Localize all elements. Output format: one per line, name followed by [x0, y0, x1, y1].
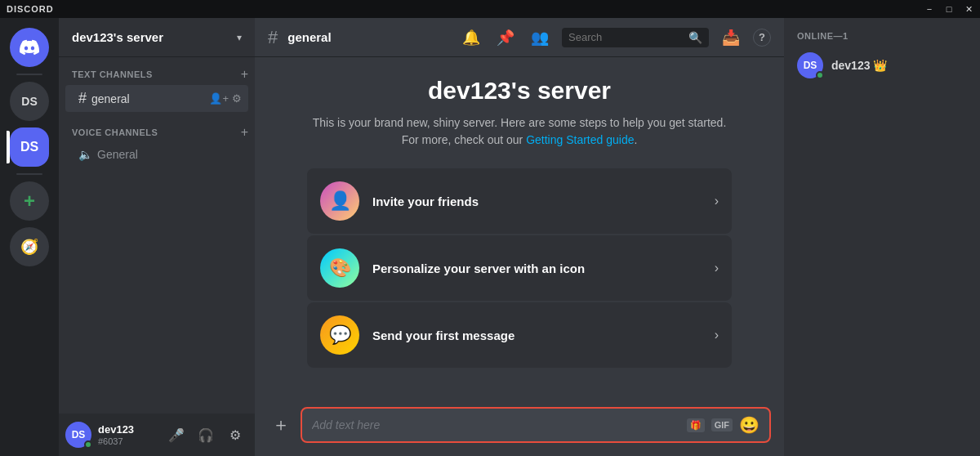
message-input[interactable] — [312, 418, 687, 431]
invite-member-icon[interactable]: 👤+ — [209, 92, 229, 105]
main-content: # general 🔔 📌 👥 🔍 📥 ? dev123's server Th… — [255, 18, 784, 456]
invite-card-arrow: › — [715, 194, 719, 208]
voice-channels-header[interactable]: VOICE CHANNELS + — [59, 122, 255, 143]
channel-settings-icon[interactable]: ⚙ — [232, 92, 242, 105]
channel-name-general: general — [91, 92, 209, 105]
invite-friends-card[interactable]: 👤 Invite your friends › — [307, 168, 732, 234]
app-body: DS DS + 🧭 dev123's server ▾ TEXT CHANNEL… — [0, 18, 980, 456]
server-name: dev123's server — [72, 30, 163, 44]
personalize-server-card[interactable]: 🎨 Personalize your server with an icon › — [307, 235, 732, 301]
explore-button[interactable]: 🧭 — [10, 227, 49, 266]
deafen-button[interactable]: 🎧 — [193, 422, 219, 448]
discord-home-button[interactable] — [10, 28, 49, 67]
add-server-icon: + — [24, 190, 35, 212]
text-channels-header[interactable]: TEXT CHANNELS + — [59, 64, 255, 85]
user-status-online — [84, 440, 92, 449]
personalize-card-label: Personalize your server with an icon — [372, 262, 702, 275]
member-avatar-dev123: DS — [797, 52, 823, 78]
user-info: dev123 #6037 — [98, 423, 157, 446]
user-avatar: DS — [65, 422, 91, 448]
pin-icon[interactable]: 📌 — [493, 25, 518, 50]
server-icon-ds[interactable]: DS — [10, 82, 49, 121]
voice-channel-general[interactable]: 🔈 General — [65, 143, 248, 166]
send-message-card-arrow: › — [715, 328, 719, 342]
send-message-card[interactable]: 💬 Send your first message › — [307, 302, 732, 368]
search-icon: 🔍 — [688, 31, 702, 44]
member-item-dev123[interactable]: DS dev123 👑 — [791, 47, 973, 83]
personalize-card-arrow: › — [715, 261, 719, 275]
help-icon[interactable]: ? — [753, 29, 771, 47]
server-header[interactable]: dev123's server ▾ — [59, 18, 255, 57]
mute-button[interactable]: 🎤 — [163, 422, 189, 448]
welcome-text: This is your brand new, shiny server. He… — [313, 116, 727, 146]
gif-button[interactable]: GIF — [711, 418, 733, 431]
server-icon-active-label: DS — [20, 140, 38, 154]
personalize-card-icon: 🎨 — [320, 248, 359, 288]
server-list: DS DS + 🧭 — [0, 18, 59, 456]
user-settings-button[interactable]: ⚙ — [222, 422, 248, 448]
add-text-channel-button[interactable]: + — [241, 67, 248, 82]
message-bar: ＋ 🎁 GIF 😀 — [255, 400, 784, 456]
restore-button[interactable]: □ — [944, 4, 954, 15]
server-icon-label: DS — [21, 95, 37, 108]
invite-card-label: Invite your friends — [372, 194, 702, 208]
gift-button[interactable]: 🎁 — [687, 418, 705, 432]
member-name-wrap: dev123 👑 — [831, 59, 887, 72]
message-add-button[interactable]: ＋ — [268, 407, 294, 443]
server-welcome: dev123's server This is your brand new, … — [307, 77, 732, 368]
welcome-title: dev123's server — [428, 77, 611, 105]
close-button[interactable]: ✕ — [964, 4, 973, 15]
active-pill — [7, 131, 10, 163]
emoji-button[interactable]: 😀 — [739, 415, 760, 435]
message-input-wrapper: 🎁 GIF 😀 — [301, 407, 771, 443]
voice-channels-label: VOICE CHANNELS — [72, 127, 158, 137]
explore-icon: 🧭 — [20, 238, 38, 256]
channel-header: # general 🔔 📌 👥 🔍 📥 ? — [255, 18, 784, 57]
user-discriminator: #6037 — [98, 436, 157, 446]
online-header: ONLINE—1 — [791, 31, 973, 41]
user-bar: DS dev123 #6037 🎤 🎧 ⚙ — [59, 414, 255, 456]
title-bar: DISCORD − □ ✕ — [0, 0, 980, 18]
chat-area: dev123's server This is your brand new, … — [255, 57, 784, 400]
search-bar[interactable]: 🔍 — [562, 28, 709, 47]
channel-hash-icon: # — [78, 90, 87, 107]
channel-header-hash-icon: # — [268, 27, 278, 48]
server-list-divider — [16, 74, 42, 75]
member-name: dev123 👑 — [831, 59, 887, 72]
channel-list: dev123's server ▾ TEXT CHANNELS + # gene… — [59, 18, 255, 456]
welcome-text-end: . — [634, 133, 637, 146]
members-icon[interactable]: 👥 — [528, 25, 552, 50]
notifications-icon[interactable]: 🔔 — [459, 25, 483, 50]
user-controls: 🎤 🎧 ⚙ — [163, 422, 248, 448]
minimize-button[interactable]: − — [924, 4, 934, 15]
username-display: dev123 — [98, 423, 157, 436]
user-avatar-initials: DS — [72, 429, 86, 440]
send-message-card-label: Send your first message — [372, 329, 702, 342]
message-right-icons: 🎁 GIF 😀 — [687, 415, 760, 435]
add-voice-channel-button[interactable]: + — [241, 125, 248, 140]
window-controls: − □ ✕ — [924, 4, 973, 15]
server-list-divider-2 — [16, 173, 42, 175]
voice-icon: 🔈 — [78, 148, 92, 161]
add-attachment-icon: ＋ — [272, 413, 290, 437]
app-title: DISCORD — [7, 4, 54, 14]
inbox-icon[interactable]: 📥 — [719, 25, 743, 50]
member-badge: 👑 — [873, 59, 887, 72]
add-server-button[interactable]: + — [10, 181, 49, 221]
channel-header-name: general — [287, 30, 331, 44]
search-input[interactable] — [568, 31, 684, 43]
channel-sections: TEXT CHANNELS + # general 👤+ ⚙ VOICE CHA… — [59, 57, 255, 414]
invite-card-icon: 👤 — [320, 181, 359, 221]
right-sidebar: ONLINE—1 DS dev123 👑 — [784, 18, 980, 456]
voice-channel-name: General — [97, 148, 138, 161]
text-channels-label: TEXT CHANNELS — [72, 69, 153, 79]
server-dropdown-icon: ▾ — [237, 32, 242, 43]
getting-started-link[interactable]: Getting Started guide — [526, 133, 634, 146]
member-status-online — [816, 71, 824, 79]
channel-item-general[interactable]: # general 👤+ ⚙ — [65, 85, 248, 112]
action-cards: 👤 Invite your friends › 🎨 Personalize yo… — [307, 168, 732, 368]
channel-action-icons: 👤+ ⚙ — [209, 92, 242, 105]
server-icon-ds-active[interactable]: DS — [10, 127, 49, 167]
send-message-card-icon: 💬 — [320, 315, 359, 355]
welcome-subtitle: This is your brand new, shiny server. He… — [307, 114, 732, 149]
